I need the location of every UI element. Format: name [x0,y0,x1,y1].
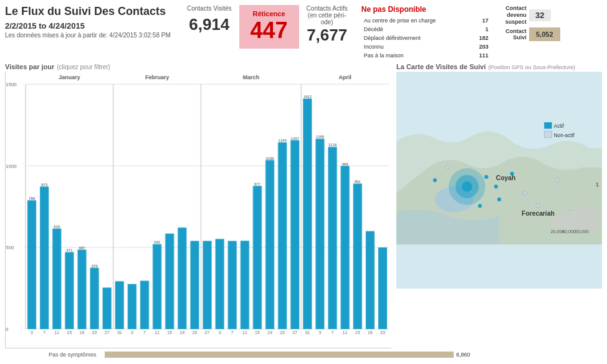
map-svg: Coyah Forecariah 1 Actif Non-actif 20,00… [396,72,602,289]
map-area: La Carte de Visites de Suivi (Position G… [396,63,602,289]
map-title: La Carte de Visites de Suivi [396,63,485,70]
ne-pas-title: Ne pas Disponible [361,5,492,14]
symptom-value: 6,860 [456,352,471,358]
reticence-value: 447 [251,17,288,44]
contact-devenu-suspect-label: Contact devenu suspect [492,5,527,25]
svg-point-12 [555,178,559,182]
svg-point-10 [523,191,527,195]
svg-text:1: 1 [596,181,599,188]
ne-pas-row-label: Inconnu [363,43,471,50]
svg-text:Coyah: Coyah [496,175,515,181]
ne-pas-row-value: 1 [472,26,491,33]
contacts-visites-value: 6,914 [189,15,229,34]
ne-pas-row: Inconnu203 [363,43,491,50]
svg-rect-21 [544,132,552,138]
contact-devenu-suspect-box: Contact devenu suspect 32 [492,5,567,25]
ne-pas-table: Au centre de prise en charge17Décédé1Dép… [361,16,492,60]
dashboard: Le Flux du Suivi Des Contacts 2/2/2015 t… [0,0,607,364]
svg-text:Actif: Actif [554,123,565,129]
svg-point-11 [536,204,540,208]
ne-pas-disponible: Ne pas Disponible Au centre de prise en … [355,5,492,60]
chart-subtitle: (cliquez pour filtrer) [57,64,110,70]
date-range: 2/2/2015 to 4/24/2015 [5,21,179,31]
ne-pas-row: Pas à la maison111 [363,52,491,59]
svg-point-4 [462,181,472,192]
contacts-visites-box: Contacts Visités 6,914 [179,5,239,34]
svg-text:Forecariah: Forecariah [522,210,555,217]
contact-suivi-label: Contact Suivi [492,28,527,42]
svg-point-25 [575,206,601,231]
reticence-label: Réticence [253,10,285,17]
right-badges: Contact devenu suspect 32 Contact Suivi … [492,5,567,41]
symptom-subcategory-label: Pas de symptômes [49,352,105,358]
contacts-actifs-value: 7,677 [307,26,347,45]
svg-rect-19 [544,122,552,128]
ne-pas-row-label: Déplacé définitivement [363,34,471,42]
contacts-visites-label: Contacts Visités [187,5,232,12]
svg-point-6 [494,184,498,188]
reticence-box: Réticence 447 [239,5,299,49]
ne-pas-row-value: 203 [472,43,491,50]
symptom-bar-container: 6,860 [105,352,602,358]
ne-pas-row-value: 182 [472,34,491,42]
contact-suivi-value: 5,052 [529,27,560,41]
title-area: Le Flux du Suivi Des Contacts 2/2/2015 t… [5,5,179,39]
svg-point-5 [484,175,488,179]
map-subtitle: (Position GPS ou Sous-Prefecture) [488,64,575,70]
contacts-actifs-label: Contacts Actifs(en cette péri-ode) [307,5,348,26]
updated-text: Les données mises à jour à partir de: 4/… [5,32,179,39]
chart-area: Visites par jour (cliquez pour filtrer) [5,63,391,289]
ne-pas-row: Déplacé définitivement182 [363,34,491,42]
symptom-bar [105,352,454,358]
ne-pas-row: Décédé1 [363,26,491,33]
ne-pas-row-label: Au centre de prise en charge [363,17,471,24]
ne-pas-row-label: Pas à la maison [363,52,471,59]
contact-devenu-suspect-value: 32 [529,9,551,21]
svg-point-14 [446,165,449,169]
ne-pas-row-value: 111 [472,52,491,59]
stats-area: Contacts Visités 6,914 Réticence 447 Con… [179,5,602,60]
svg-text:40,000: 40,000 [562,229,576,234]
svg-point-7 [497,198,501,201]
ne-pas-row-value: 17 [472,17,491,24]
chart-title: Visites par jour [5,63,54,70]
top-section: Le Flux du Suivi Des Contacts 2/2/2015 t… [5,5,602,60]
contacts-actifs-box: Contacts Actifs(en cette péri-ode) 7,677 [299,5,355,45]
svg-point-8 [478,204,482,208]
middle-section: Visites par jour (cliquez pour filtrer) … [5,63,602,289]
svg-point-15 [433,178,437,182]
bar-chart[interactable] [5,72,391,348]
svg-text:60,000: 60,000 [575,229,589,234]
ne-pas-row: Au centre de prise en charge17 [363,17,491,24]
svg-text:Non-actif: Non-actif [554,133,575,138]
ne-pas-row-label: Décédé [363,26,471,33]
contact-suivi-box: Contact Suivi 5,052 [492,27,567,41]
page-title: Le Flux du Suivi Des Contacts [5,5,179,19]
map-container: Coyah Forecariah 1 Actif Non-actif 20,00… [396,72,602,289]
symptom-row: Pas de symptômes6,860 [5,350,602,359]
